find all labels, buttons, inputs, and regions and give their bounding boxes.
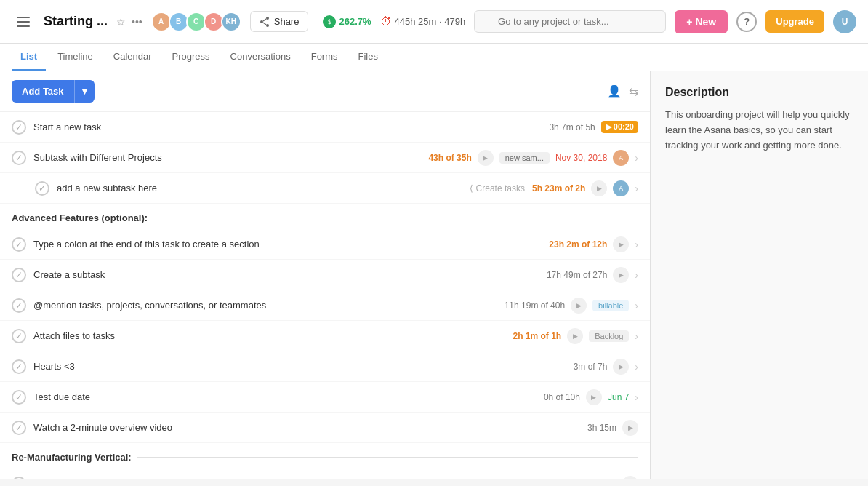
expand-arrow[interactable]: › bbox=[635, 300, 638, 311]
expand-arrow[interactable]: › bbox=[635, 361, 638, 373]
budget-value: 262.7% bbox=[339, 16, 371, 27]
add-task-button[interactable]: Add Task ▾ bbox=[12, 80, 95, 103]
remanufacturing-task-list: ✓ pre-production 1h ▶ ✓ production 3h ▶ … bbox=[0, 469, 650, 479]
task-check[interactable]: ✓ bbox=[12, 329, 26, 343]
play-button[interactable]: ▶ bbox=[567, 328, 583, 344]
more-options-icon[interactable]: ••• bbox=[132, 16, 142, 28]
toolbar: Add Task ▾ 👤 ⇆ bbox=[0, 71, 650, 112]
project-title: Starting ... bbox=[44, 14, 108, 29]
user-avatar[interactable]: U bbox=[833, 10, 856, 33]
expand-arrow[interactable]: › bbox=[635, 183, 638, 194]
table-row: ✓ pre-production 1h ▶ bbox=[0, 469, 650, 479]
time-value: 445h 25m · 479h bbox=[395, 16, 466, 27]
time-label: 1h bbox=[607, 479, 616, 479]
main-content: Add Task ▾ 👤 ⇆ ✓ Start a new task 3h 7m … bbox=[0, 71, 868, 479]
task-name[interactable]: Type a colon at the end of this task to … bbox=[33, 239, 542, 250]
section-title: Re-Manufacturing Vertical: bbox=[12, 452, 132, 463]
time-label: 3m of 7h bbox=[574, 362, 608, 372]
task-check[interactable]: ✓ bbox=[12, 237, 26, 252]
task-meta: 0h of 10h ▶ Jun 7 › bbox=[544, 389, 638, 405]
task-check[interactable]: ✓ bbox=[12, 151, 26, 165]
assignee-avatar: A bbox=[613, 150, 629, 166]
expand-arrow[interactable]: › bbox=[635, 239, 638, 250]
svg-rect-1 bbox=[17, 21, 30, 23]
filter-icon[interactable]: ⇆ bbox=[629, 84, 638, 98]
timer-badge: ▶ 00:20 bbox=[601, 121, 638, 133]
task-name[interactable]: Create a subtask bbox=[33, 269, 539, 280]
task-name[interactable]: pre-production bbox=[33, 478, 600, 479]
tab-forms[interactable]: Forms bbox=[302, 44, 347, 71]
time-label: 11h 19m of 40h bbox=[505, 300, 565, 311]
task-meta: 3m of 7h ▶ › bbox=[574, 359, 638, 375]
add-task-dropdown-icon[interactable]: ▾ bbox=[74, 80, 95, 103]
tab-progress[interactable]: Progress bbox=[164, 44, 219, 71]
create-tasks-link[interactable]: ⟨ Create tasks bbox=[470, 183, 525, 194]
search-input[interactable] bbox=[474, 10, 666, 33]
task-check[interactable]: ✓ bbox=[35, 181, 49, 196]
tab-timeline[interactable]: Timeline bbox=[49, 44, 102, 71]
play-button[interactable]: ▶ bbox=[613, 359, 629, 375]
play-button[interactable]: ▶ bbox=[613, 236, 629, 252]
tab-calendar[interactable]: Calendar bbox=[105, 44, 161, 71]
expand-arrow[interactable]: › bbox=[635, 391, 638, 403]
time-label: 43h of 35h bbox=[428, 153, 471, 163]
tab-files[interactable]: Files bbox=[350, 44, 387, 71]
play-button[interactable]: ▶ bbox=[571, 298, 587, 314]
task-name[interactable]: add a new subtask here bbox=[57, 183, 462, 194]
task-name[interactable]: @mention tasks, projects, conversations,… bbox=[33, 300, 497, 311]
expand-arrow[interactable]: › bbox=[635, 269, 638, 281]
task-name[interactable]: Attach files to tasks bbox=[33, 330, 506, 341]
table-row: ✓ Subtask with Different Projects 43h of… bbox=[0, 143, 650, 173]
play-button[interactable]: ▶ bbox=[622, 476, 638, 479]
upgrade-button[interactable]: Upgrade bbox=[765, 10, 824, 33]
avatar[interactable]: KH bbox=[221, 12, 241, 32]
task-check[interactable]: ✓ bbox=[12, 421, 26, 435]
task-check[interactable]: ✓ bbox=[12, 390, 26, 405]
task-check[interactable]: ✓ bbox=[12, 477, 26, 479]
toolbar-right: 👤 ⇆ bbox=[607, 84, 638, 98]
time-label: 2h 1m of 1h bbox=[513, 331, 562, 341]
task-name[interactable]: Hearts <3 bbox=[33, 361, 566, 372]
svg-line-7 bbox=[263, 23, 266, 25]
description-title: Description bbox=[665, 86, 853, 99]
help-button[interactable]: ? bbox=[736, 12, 757, 32]
time-label: 3h 7m of 5h bbox=[549, 122, 595, 132]
svg-rect-0 bbox=[17, 17, 30, 18]
task-name[interactable]: Watch a 2-minute overview video bbox=[33, 422, 580, 433]
advanced-task-list: ✓ Type a colon at the end of this task t… bbox=[0, 229, 650, 443]
tab-conversations[interactable]: Conversations bbox=[222, 44, 300, 71]
description-text: This onboarding project will help you qu… bbox=[665, 108, 853, 153]
play-button[interactable]: ▶ bbox=[586, 389, 602, 405]
task-name[interactable]: Subtask with Different Projects bbox=[33, 152, 421, 163]
task-check[interactable]: ✓ bbox=[12, 298, 26, 313]
table-row: ✓ add a new subtask here ⟨ Create tasks … bbox=[0, 173, 650, 204]
section-remanufacturing: Re-Manufacturing Vertical: bbox=[0, 443, 650, 469]
play-button[interactable]: ▶ bbox=[613, 267, 629, 283]
task-meta: 17h 49m of 27h ▶ › bbox=[547, 267, 638, 283]
new-button[interactable]: + New bbox=[675, 10, 728, 33]
task-name[interactable]: Test due date bbox=[33, 391, 537, 402]
task-name[interactable]: Start a new task bbox=[33, 122, 542, 132]
task-check[interactable]: ✓ bbox=[12, 120, 26, 135]
play-button[interactable]: ▶ bbox=[478, 150, 494, 166]
task-meta: 23h 2m of 12h ▶ › bbox=[549, 236, 638, 252]
svg-rect-2 bbox=[17, 25, 30, 27]
expand-arrow[interactable]: › bbox=[635, 330, 638, 342]
sidebar-toggle[interactable] bbox=[12, 10, 35, 33]
expand-arrow[interactable]: › bbox=[635, 152, 638, 164]
task-check[interactable]: ✓ bbox=[12, 268, 26, 282]
task-check[interactable]: ✓ bbox=[12, 359, 26, 374]
time-label: 5h 23m of 2h bbox=[532, 183, 585, 194]
play-button[interactable]: ▶ bbox=[591, 180, 607, 196]
table-row: ✓ Hearts <3 3m of 7h ▶ › bbox=[0, 351, 650, 382]
star-icon[interactable]: ☆ bbox=[116, 16, 126, 28]
person-icon[interactable]: 👤 bbox=[607, 84, 622, 98]
share-button[interactable]: Share bbox=[250, 11, 309, 32]
nav-tabs: List Timeline Calendar Progress Conversa… bbox=[0, 44, 868, 71]
table-row: ✓ Watch a 2-minute overview video 3h 15m… bbox=[0, 413, 650, 443]
assignee-avatar: A bbox=[613, 180, 629, 196]
play-button[interactable]: ▶ bbox=[622, 420, 638, 436]
tab-list[interactable]: List bbox=[12, 44, 46, 71]
tag-badge: new sam... bbox=[499, 152, 550, 164]
time-label: 3h 15m bbox=[587, 423, 616, 433]
